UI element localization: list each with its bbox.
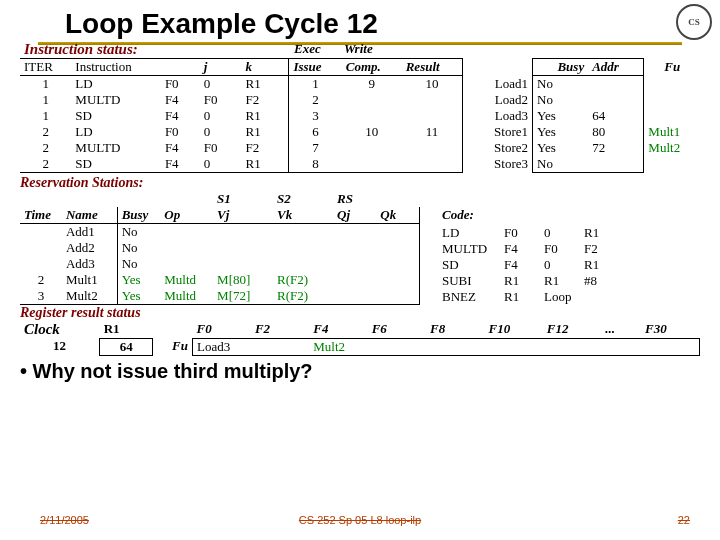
table-row: 2 LDF0 0R1 6 10 11 Store1 Yes 80 Mult1 (20, 124, 700, 140)
exec-header: Exec (290, 41, 340, 58)
table-row: 1 LDF0 0R1 1 9 10 Load1 No (20, 76, 700, 93)
reg-result-label: Register result status (20, 305, 700, 321)
slide-title: Loop Example Cycle 12 (20, 8, 700, 40)
footer-course: CS 252 Sp 05 L8 loop-ilp (20, 514, 700, 526)
f0-value: Load3 (193, 338, 251, 355)
table-row: 2 SDF4 0R1 8 Store3 No (20, 156, 700, 173)
write-header: Write (340, 41, 636, 58)
instr-status-label: Instruction status: (20, 41, 235, 58)
table-row: 1 MULTDF4 F0F2 2 Load2 No (20, 92, 700, 108)
slide-footer: 2/11/2005 CS 252 Sp 05 L8 loop-ilp 22 (20, 514, 700, 530)
reservation-table: S1 S2 RS Time Name Busy Op Vj Vk Qj Qk A… (20, 191, 420, 305)
ucb-seal: CS (676, 4, 712, 40)
f4-value: Mult2 (309, 338, 367, 355)
table-row: 2 MULTDF4 F0F2 7 Store2 Yes 72 Mult2 (20, 140, 700, 156)
code-listing: Code: LDF00R1 MULTDF4F0F2 SDF40R1 SUBIR1… (438, 207, 648, 305)
footer-page: 22 (678, 514, 690, 526)
r1-value: 64 (100, 338, 153, 355)
clock-label: Clock (20, 321, 100, 338)
bullet-question: • Why not issue third multiply? (20, 360, 700, 383)
register-result-table: Clock R1 F0 F2 F4 F6 F8 F10 F12 ... F30 … (20, 321, 700, 356)
table-row: 1 SDF4 0R1 3 Load3 Yes 64 (20, 108, 700, 124)
clock-value: 12 (53, 338, 66, 353)
reservation-label: Reservation Stations: (20, 175, 700, 191)
instruction-status-table: ITER Instruction j k Issue Comp. Result … (20, 58, 700, 173)
